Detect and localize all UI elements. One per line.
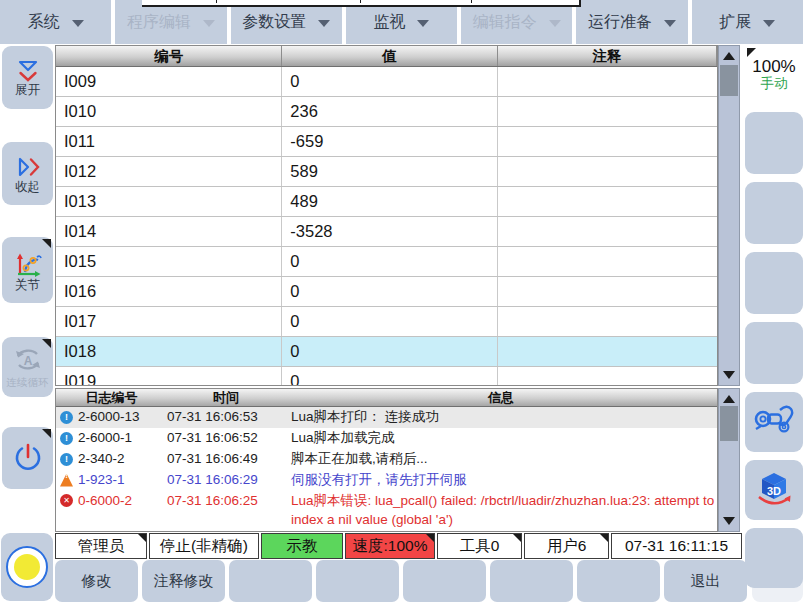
hand-guide-robot-icon	[752, 403, 796, 441]
row-comment-cell	[498, 217, 717, 246]
log-row[interactable]: !2-340-207-31 16:06:49脚本正在加载,请稍后...	[56, 449, 717, 470]
log-time-cell: 07-31 16:06:11	[167, 529, 285, 532]
log-row[interactable]: !2-6000-107-31 16:06:52Lua脚本加载完成	[56, 428, 717, 449]
row-comment-cell	[498, 187, 717, 216]
table-row[interactable]: I012589	[56, 157, 717, 187]
log-row[interactable]: !1-923-107-31 16:06:29伺服没有打开，请先打开伺服	[56, 470, 717, 491]
log-time-cell: 07-31 16:06:53	[167, 407, 285, 427]
log-code-cell: ✕0-6000-2	[56, 491, 167, 510]
user-frame-badge[interactable]: 用户6	[524, 533, 609, 559]
row-comment-cell	[498, 337, 717, 366]
table-row[interactable]: I0150	[56, 247, 717, 277]
log-scrollbar[interactable]	[718, 388, 740, 532]
pendant-screen: 系统程序编辑参数设置监视编辑指令运行准备扩展 展开 收起 关节	[0, 0, 803, 602]
table-row[interactable]: I0090	[56, 67, 717, 97]
row-value-cell: 0	[282, 67, 497, 96]
collapse-button[interactable]: 收起	[2, 142, 53, 205]
chevron-down-icon	[417, 20, 429, 27]
function-key-7[interactable]	[577, 560, 660, 602]
user-level-badge[interactable]: 管理员	[55, 533, 147, 559]
menu-item-7[interactable]: 扩展	[692, 0, 803, 44]
drag-teach-button[interactable]	[745, 392, 803, 452]
enable-indicator-button[interactable]	[1, 533, 53, 601]
row-number-cell: I019	[56, 367, 282, 386]
joint-label: 关节	[15, 279, 40, 292]
scroll-down-icon[interactable]	[719, 513, 739, 529]
log-time-cell: 07-31 16:06:25	[167, 491, 285, 510]
enable-yellow-dot	[14, 554, 40, 580]
log-code-text: 0-6000-2	[78, 491, 132, 510]
row-value-cell: 0	[282, 277, 497, 306]
log-message-cell: 脚本正在加载,请稍后...	[285, 449, 717, 469]
table-scrollbar[interactable]	[718, 45, 740, 386]
row-value-cell: 0	[282, 247, 497, 276]
teach-mode-badge: 示教	[261, 533, 343, 559]
power-icon	[11, 441, 45, 475]
table-row[interactable]: I011-659	[56, 127, 717, 157]
tool-badge[interactable]: 工具0	[437, 533, 522, 559]
function-key-6[interactable]	[490, 560, 573, 602]
function-key-8[interactable]: 退出	[664, 560, 747, 602]
table-row[interactable]: I0170	[56, 307, 717, 337]
motion-state-badge: 停止(非精确)	[149, 533, 259, 559]
row-number-cell: I012	[56, 157, 282, 186]
table-row[interactable]: I010236	[56, 97, 717, 127]
log-row[interactable]: ✕0-6000-207-31 16:06:25Lua脚本错误: lua_pcal…	[56, 491, 717, 529]
menu-item-label: 程序编辑	[127, 12, 191, 33]
error-icon: ✕	[60, 494, 73, 507]
joint-coordinate-button[interactable]: 关节	[2, 237, 53, 303]
table-row[interactable]: I0180	[56, 337, 717, 367]
log-row[interactable]: !2-6000-1307-31 16:06:53Lua脚本打印： 连接成功	[56, 407, 717, 428]
function-key-4[interactable]	[316, 560, 399, 602]
scrollbar-thumb[interactable]	[720, 406, 738, 441]
speed-badge[interactable]: 速度:100%	[345, 533, 435, 559]
log-code-text: 2-6000-1	[78, 428, 132, 448]
enable-ring-icon	[6, 546, 48, 588]
right-soft-button-4[interactable]	[745, 322, 803, 384]
double-chevron-down-icon	[15, 59, 41, 83]
scrollbar-thumb[interactable]	[720, 65, 738, 96]
menu-item-label: 监视	[373, 12, 405, 33]
function-key-5[interactable]	[403, 560, 486, 602]
function-key-2[interactable]: 注释修改	[142, 560, 225, 602]
menu-item-label: 扩展	[719, 12, 751, 33]
chevron-down-icon	[549, 20, 561, 27]
svg-text:3D: 3D	[767, 485, 781, 497]
menu-item-6[interactable]: 运行准备	[576, 0, 687, 44]
row-comment-cell	[498, 247, 717, 276]
scroll-up-icon[interactable]	[719, 48, 739, 64]
table-row[interactable]: I013489	[56, 187, 717, 217]
chevron-down-icon	[203, 20, 215, 27]
log-message-cell: Lua脚本打印： 连接成功	[285, 529, 717, 532]
menu-item-1[interactable]: 系统	[0, 0, 111, 44]
menu-item-label: 运行准备	[588, 12, 652, 33]
right-soft-button-2[interactable]	[745, 182, 803, 244]
continuous-loop-label: 连续循环	[7, 376, 49, 389]
right-soft-button-3[interactable]	[745, 252, 803, 314]
log-time-cell: 07-31 16:06:29	[167, 470, 285, 490]
expand-button[interactable]: 展开	[2, 46, 53, 109]
svg-text:A: A	[23, 354, 32, 368]
right-soft-button-1[interactable]	[745, 112, 803, 174]
table-row[interactable]: I014-3528	[56, 217, 717, 247]
table-row[interactable]: I0190	[56, 367, 717, 386]
servo-power-button[interactable]	[2, 427, 53, 489]
row-value-cell: 0	[282, 307, 497, 336]
window-edge-artifact	[142, 0, 581, 7]
function-key-3[interactable]	[229, 560, 312, 602]
view-3d-button[interactable]: 3D	[745, 460, 803, 520]
function-key-1[interactable]: 修改	[55, 560, 138, 602]
row-comment-cell	[498, 367, 717, 386]
variable-table: 编号值注释 I0090I010236I011-659I012589I013489…	[55, 45, 718, 386]
collapse-label: 收起	[15, 181, 40, 194]
scroll-down-icon[interactable]	[719, 367, 739, 383]
chevron-down-icon	[664, 20, 676, 27]
continuous-loop-icon: A	[12, 345, 44, 375]
3d-rotate-icon: 3D	[752, 470, 796, 510]
table-row[interactable]: I0160	[56, 277, 717, 307]
right-soft-button-5[interactable]	[745, 528, 803, 588]
log-row[interactable]: !2-6000-1307-31 16:06:11Lua脚本打印： 连接成功	[56, 529, 717, 532]
log-code-cell: !2-6000-13	[56, 407, 167, 427]
speed-mode-button[interactable]: 100% 手动	[745, 46, 803, 103]
scroll-up-icon[interactable]	[719, 391, 739, 407]
